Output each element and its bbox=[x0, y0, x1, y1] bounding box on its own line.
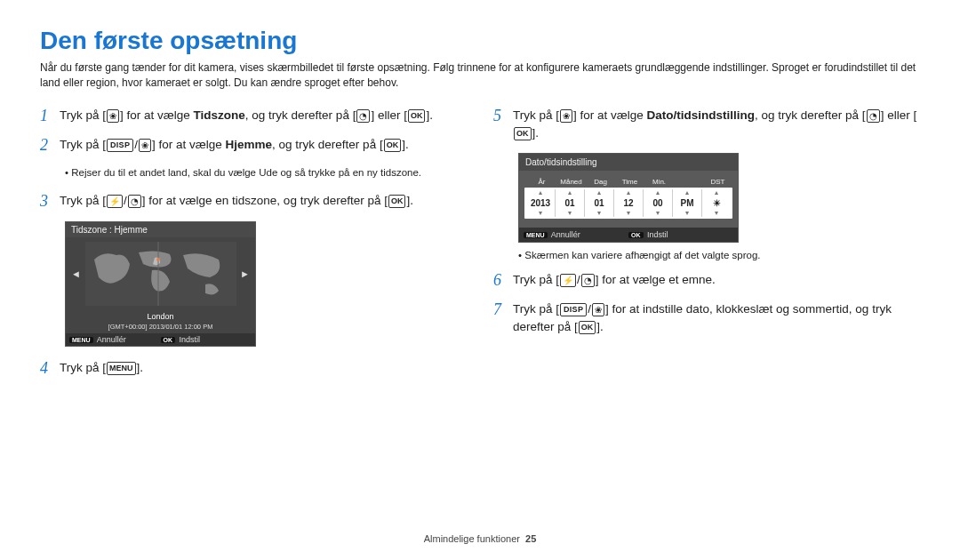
ok-icon: OK bbox=[579, 321, 596, 334]
text: ] for at vælge et emne. bbox=[596, 273, 716, 286]
tz-footer: MENU Annullér OK Indstil bbox=[66, 333, 255, 346]
text: ]. bbox=[532, 126, 540, 140]
col-time: Time bbox=[615, 178, 644, 186]
ok-icon: OK bbox=[514, 127, 532, 140]
text: ]. bbox=[406, 194, 413, 207]
step-number: 4 bbox=[40, 359, 60, 378]
step-2-bullet: Rejser du til et andet land, skal du væl… bbox=[65, 165, 467, 180]
text: ]. bbox=[402, 138, 409, 151]
set-label: Indstil bbox=[180, 335, 201, 344]
left-column: 1 Tryk på [❀] for at vælge Tidszone, og … bbox=[40, 107, 467, 388]
text: Tryk på [ bbox=[60, 194, 106, 207]
page-footer: Almindelige funktioner 25 bbox=[0, 533, 960, 544]
disp-icon: DISP bbox=[107, 139, 133, 152]
step-number: 5 bbox=[493, 107, 513, 125]
step-3: 3 Tryk på [⚡/◔] for at vælge en tidszone… bbox=[40, 192, 467, 211]
flower-icon: ❀ bbox=[592, 303, 604, 316]
flower-icon: ❀ bbox=[139, 139, 151, 152]
left-arrow-icon[interactable]: ◄ bbox=[71, 268, 81, 279]
text: ]. bbox=[426, 108, 433, 122]
text: ]. bbox=[137, 361, 144, 374]
timer-icon: ◔ bbox=[581, 274, 595, 287]
cancel-label: Annullér bbox=[97, 335, 126, 344]
datetime-screenshot: Dato/tidsindstilling År Måned Dag Time M… bbox=[518, 153, 739, 243]
menu-icon: MENU bbox=[107, 362, 136, 375]
spinner-ampm[interactable]: ▴PM▾ bbox=[673, 189, 702, 217]
flash-icon: ⚡ bbox=[107, 195, 123, 208]
right-column: 5 Tryk på [❀] for at vælge Dato/tidsinds… bbox=[493, 107, 920, 388]
menu-badge-icon: MENU bbox=[69, 337, 93, 343]
date-header: Dato/tidsindstilling bbox=[519, 154, 738, 171]
text: Tryk på [ bbox=[513, 302, 559, 316]
step-number: 7 bbox=[493, 300, 513, 319]
step-number: 2 bbox=[40, 136, 60, 155]
step-4: 4 Tryk på [MENU]. bbox=[40, 359, 467, 378]
spinner-hour[interactable]: ▴12▾ bbox=[614, 189, 644, 217]
spinner-month[interactable]: ▴01▾ bbox=[556, 189, 585, 217]
timer-icon: ◔ bbox=[128, 195, 141, 208]
right-arrow-icon[interactable]: ► bbox=[240, 268, 250, 279]
flower-icon: ❀ bbox=[560, 109, 572, 123]
ok-icon: OK bbox=[384, 139, 402, 152]
timer-icon: ◔ bbox=[867, 109, 880, 123]
text: ]. bbox=[596, 320, 604, 333]
col-min: Min. bbox=[644, 178, 674, 186]
timer-icon: ◔ bbox=[356, 109, 370, 123]
slash: / bbox=[124, 194, 127, 207]
date-spinners: ▴2013▾ ▴01▾ ▴01▾ ▴12▾ ▴00▾ ▴PM▾ ▴☀▾ bbox=[524, 188, 732, 219]
spinner-minute[interactable]: ▴00▾ bbox=[644, 189, 673, 217]
text: ] eller [ bbox=[881, 108, 917, 122]
page-title: Den første opsætning bbox=[40, 27, 920, 55]
tz-header: Tidszone : Hjemme bbox=[66, 222, 255, 237]
timezone-screenshot: Tidszone : Hjemme ◄ ► London [GMT+00:00]… bbox=[65, 221, 256, 347]
menu-badge-icon: MENU bbox=[524, 232, 548, 238]
col-dst: DST bbox=[703, 178, 732, 186]
date-footer: MENU Annullér OK Indstil bbox=[519, 228, 738, 242]
footer-section: Almindelige funktioner bbox=[424, 533, 520, 544]
date-col-labels: År Måned Dag Time Min. DST bbox=[524, 178, 732, 186]
text: Tryk på [ bbox=[60, 138, 106, 151]
spinner-day[interactable]: ▴01▾ bbox=[585, 189, 614, 217]
bold-word-tidszone: Tidszone bbox=[194, 108, 245, 122]
step-7: 7 Tryk på [DISP/❀] for at indstille dato… bbox=[493, 300, 920, 337]
intro-text: Når du første gang tænder for dit kamera… bbox=[40, 60, 920, 91]
text: Tryk på [ bbox=[60, 361, 106, 374]
text: ] for at vælge bbox=[120, 108, 194, 122]
bold-word-datotid: Dato/tidsindstilling bbox=[647, 108, 756, 122]
step-5: 5 Tryk på [❀] for at vælge Dato/tidsinds… bbox=[493, 107, 920, 143]
ok-icon: OK bbox=[388, 195, 406, 208]
slash: / bbox=[577, 273, 580, 286]
cancel-label: Annullér bbox=[551, 230, 580, 239]
col-ar: År bbox=[527, 178, 556, 186]
step-number: 3 bbox=[40, 192, 60, 211]
svg-point-2 bbox=[156, 258, 160, 261]
tz-location: London bbox=[66, 310, 255, 323]
bold-word-hjemme: Hjemme bbox=[226, 138, 273, 151]
footer-page: 25 bbox=[525, 533, 536, 544]
tz-gmt: [GMT+00:00] 2013/01/01 12:00 PM bbox=[66, 323, 255, 333]
step-1: 1 Tryk på [❀] for at vælge Tidszone, og … bbox=[40, 107, 467, 125]
flower-icon: ❀ bbox=[107, 109, 119, 123]
flash-icon: ⚡ bbox=[560, 274, 576, 287]
text: ] for at vælge bbox=[152, 138, 226, 151]
ok-badge-icon: OK bbox=[161, 337, 176, 343]
ok-icon: OK bbox=[408, 109, 426, 123]
col-empty bbox=[674, 178, 703, 186]
text: Tryk på [ bbox=[60, 108, 106, 122]
disp-icon: DISP bbox=[560, 303, 587, 316]
slash: / bbox=[588, 302, 591, 316]
world-map-icon bbox=[85, 242, 236, 306]
col-dag: Dag bbox=[586, 178, 615, 186]
spinner-year[interactable]: ▴2013▾ bbox=[526, 189, 556, 217]
spinner-dst[interactable]: ▴☀▾ bbox=[702, 189, 731, 217]
col-maned: Måned bbox=[556, 178, 586, 186]
map-area: ◄ ► bbox=[66, 237, 255, 310]
set-label: Indstil bbox=[647, 230, 668, 239]
text: ] for at vælge bbox=[573, 108, 647, 122]
step-number: 6 bbox=[493, 271, 513, 290]
text: , og tryk derefter på [ bbox=[272, 138, 383, 151]
text: ] for at vælge en tidszone, og tryk dere… bbox=[142, 194, 388, 207]
step-5-note: Skærmen kan variere afhængigt af det val… bbox=[518, 250, 920, 260]
text: , og tryk derefter på [ bbox=[245, 108, 356, 122]
text: , og tryk derefter på [ bbox=[755, 108, 866, 122]
